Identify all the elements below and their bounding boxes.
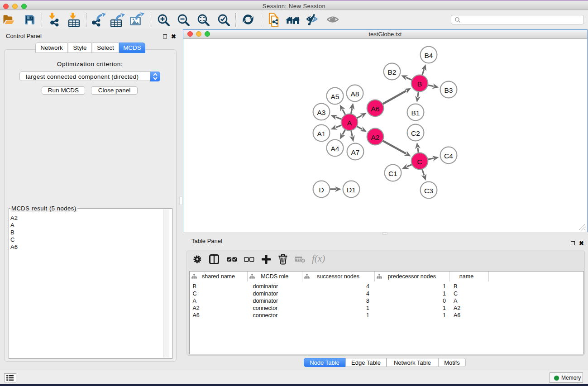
svg-text:A5: A5 (331, 93, 339, 100)
svg-text:C1: C1 (388, 170, 397, 177)
svg-text:A7: A7 (351, 148, 360, 156)
svg-text:A: A (347, 119, 352, 127)
svg-text:A4: A4 (331, 145, 339, 152)
svg-text:C4: C4 (444, 152, 453, 160)
svg-text:D1: D1 (347, 186, 356, 194)
svg-text:B3: B3 (445, 86, 453, 94)
svg-text:A6: A6 (371, 105, 380, 113)
svg-text:D: D (319, 186, 324, 194)
svg-text:C2: C2 (411, 129, 420, 137)
svg-text:A2: A2 (371, 133, 380, 141)
svg-text:A8: A8 (351, 90, 359, 98)
svg-text:A3: A3 (317, 109, 326, 116)
svg-text:B1: B1 (411, 109, 420, 117)
svg-text:C3: C3 (424, 187, 433, 195)
svg-text:B2: B2 (388, 68, 397, 76)
svg-text:A1: A1 (317, 130, 326, 138)
svg-text:C: C (417, 158, 422, 166)
svg-text:B4: B4 (425, 52, 433, 59)
svg-text:B: B (417, 80, 422, 88)
